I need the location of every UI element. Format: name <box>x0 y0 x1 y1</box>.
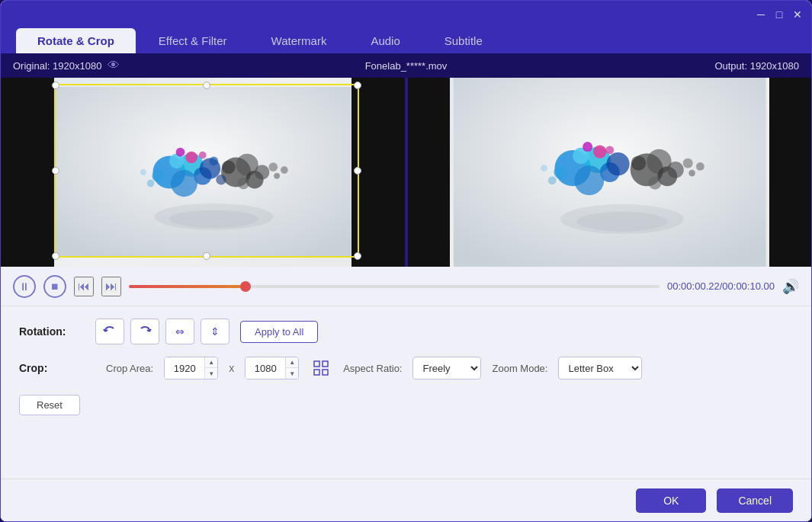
window-controls: ─ □ ✕ <box>755 8 804 21</box>
pr-right-bar <box>769 78 811 267</box>
maximize-button[interactable]: □ <box>773 8 785 21</box>
svg-point-42 <box>605 146 614 154</box>
pr-left-bar <box>408 78 450 267</box>
crop-width-up[interactable]: ▲ <box>205 357 217 368</box>
rotation-buttons: ⇔ ⇕ <box>95 319 229 344</box>
svg-point-37 <box>648 176 661 189</box>
crop-height-up[interactable]: ▲ <box>286 357 298 368</box>
crop-handle-br[interactable] <box>354 252 361 260</box>
rotate-left-icon <box>102 324 117 339</box>
svg-rect-51 <box>323 361 328 367</box>
crop-handle-tr[interactable] <box>354 82 361 89</box>
eye-icon[interactable]: 👁 <box>108 59 120 72</box>
preview-left <box>1 78 405 267</box>
video-preview <box>1 78 811 267</box>
svg-point-40 <box>593 145 606 158</box>
original-info: Original: 1920x1080 👁 <box>13 59 120 72</box>
center-crop-button[interactable] <box>310 357 332 379</box>
crop-height-down[interactable]: ▼ <box>286 368 298 379</box>
crop-handle-tl[interactable] <box>52 82 59 89</box>
flip-vertical-button[interactable]: ⇕ <box>201 319 229 344</box>
crop-handle-bm[interactable] <box>203 252 210 260</box>
crop-handle-tm[interactable] <box>203 82 210 89</box>
rotation-row: Rotation: ⇔ ⇕ <box>19 319 793 344</box>
svg-point-41 <box>583 142 592 152</box>
svg-point-44 <box>541 165 547 171</box>
prev-frame-button[interactable]: ⏮ <box>74 277 94 296</box>
video-bg-left <box>1 78 405 267</box>
volume-icon[interactable]: 🔊 <box>782 278 799 295</box>
tab-audio[interactable]: Audio <box>349 28 421 53</box>
svg-rect-53 <box>323 370 328 375</box>
video-area: Original: 1920x1080 👁 Fonelab_*****.mov … <box>1 53 811 267</box>
time-display: 00:00:00.22/00:00:10.00 <box>667 280 775 292</box>
next-frame-button[interactable]: ⏭ <box>101 277 121 296</box>
progress-thumb[interactable] <box>240 281 251 292</box>
crop-width-down[interactable]: ▼ <box>205 368 217 379</box>
video-bg-right <box>408 78 812 267</box>
crop-handle-bl[interactable] <box>52 252 59 260</box>
crop-area-label: Crop Area: <box>106 363 153 374</box>
svg-point-46 <box>688 170 695 177</box>
aspect-ratio-select[interactable]: Freely 16:9 4:3 1:1 9:16 <box>412 357 481 379</box>
minimize-button[interactable]: ─ <box>755 8 767 21</box>
crop-height-input-group: ▲ ▼ <box>245 357 299 379</box>
tab-effect-filter[interactable]: Effect & Filter <box>137 28 249 53</box>
crop-handle-mr[interactable] <box>354 167 361 175</box>
svg-point-33 <box>606 152 629 175</box>
svg-point-38 <box>667 162 684 178</box>
playback-bar: ⏸ ⏹ ⏮ ⏭ 00:00:00.22/00:00:10.00 🔊 <box>1 267 811 306</box>
tab-subtitle[interactable]: Subtitle <box>423 28 504 53</box>
progress-bar[interactable] <box>129 285 660 288</box>
tab-watermark[interactable]: Watermark <box>250 28 348 53</box>
filename-label: Fonelab_*****.mov <box>365 60 448 72</box>
center-icon <box>312 359 330 377</box>
svg-point-49 <box>576 212 667 232</box>
ok-button[interactable]: OK <box>636 488 706 513</box>
progress-bar-fill <box>129 285 246 288</box>
dots-svg-right <box>450 78 770 267</box>
svg-rect-52 <box>314 370 319 375</box>
crop-label: Crop: <box>19 362 95 374</box>
aspect-ratio-label: Aspect Ratio: <box>343 363 402 374</box>
cancel-button[interactable]: Cancel <box>717 488 793 513</box>
rotation-label: Rotation: <box>19 325 95 338</box>
rotate-right-icon <box>137 324 152 339</box>
crop-width-input[interactable] <box>165 357 204 379</box>
tab-bar: Rotate & Crop Effect & Filter Watermark … <box>1 28 811 53</box>
crop-handle-ml[interactable] <box>52 167 59 175</box>
crop-width-input-group: ▲ ▼ <box>164 357 218 379</box>
bottom-bar: OK Cancel <box>1 479 811 521</box>
controls-area: Rotation: ⇔ ⇕ <box>1 306 811 479</box>
svg-point-30 <box>574 165 604 195</box>
times-sign: x <box>229 362 234 374</box>
svg-point-43 <box>547 176 556 184</box>
output-label: Output: 1920x1080 <box>714 60 799 72</box>
close-button[interactable]: ✕ <box>791 8 804 21</box>
crop-width-spinners: ▲ ▼ <box>204 357 217 379</box>
zoom-mode-label: Zoom Mode: <box>492 363 547 374</box>
rotate-right-button[interactable] <box>130 319 159 344</box>
crop-height-input[interactable] <box>246 357 285 379</box>
crop-row: Crop: Crop Area: ▲ ▼ x ▲ ▼ <box>19 357 793 415</box>
rotate-left-button[interactable] <box>95 319 124 344</box>
title-bar: ─ □ ✕ <box>1 1 811 28</box>
crop-frame[interactable] <box>54 84 359 258</box>
flip-horizontal-button[interactable]: ⇔ <box>165 319 194 344</box>
left-black-bar <box>1 78 54 267</box>
main-window: ─ □ ✕ Rotate & Crop Effect & Filter Wate… <box>0 0 812 522</box>
pause-button[interactable]: ⏸ <box>13 275 36 298</box>
zoom-mode-select[interactable]: Letter Box Pan & Scan Full <box>558 357 642 379</box>
original-label: Original: 1920x1080 <box>13 60 101 72</box>
apply-to-all-button[interactable]: Apply to All <box>240 321 318 343</box>
main-content: Original: 1920x1080 👁 Fonelab_*****.mov … <box>1 53 811 521</box>
svg-point-32 <box>554 165 566 178</box>
preview-right <box>408 78 812 267</box>
stop-button[interactable]: ⏹ <box>43 275 66 298</box>
tab-rotate-crop[interactable]: Rotate & Crop <box>16 28 136 53</box>
svg-point-45 <box>682 159 692 168</box>
crop-height-spinners: ▲ ▼ <box>285 357 298 379</box>
svg-point-47 <box>695 162 704 171</box>
reset-button[interactable]: Reset <box>19 395 80 415</box>
video-info-bar: Original: 1920x1080 👁 Fonelab_*****.mov … <box>1 53 811 78</box>
